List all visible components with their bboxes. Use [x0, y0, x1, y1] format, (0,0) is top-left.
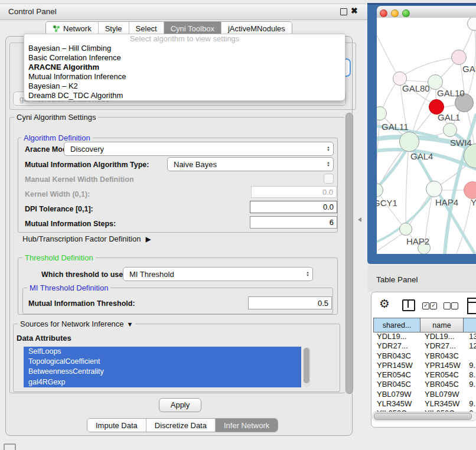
select-all-icon[interactable]: ✓: [430, 302, 437, 309]
column-header-name[interactable]: name: [420, 318, 463, 332]
settings-scrollbar-thumb[interactable]: [345, 113, 353, 394]
tab-discretize-data[interactable]: Discretize Data: [146, 419, 215, 432]
gear-icon[interactable]: ⚙: [379, 296, 390, 311]
algorithm-popup: Select algorithm to view settings Bayesi…: [24, 34, 345, 101]
table-row[interactable]: YLR345WYLR345W9.: [373, 399, 476, 409]
algorithm-option[interactable]: Mutual Information Inference: [24, 72, 345, 81]
table-header-row: shared...name: [373, 318, 476, 332]
stepper-icon: ▲▼: [324, 146, 333, 152]
table-cell: 12: [466, 341, 476, 351]
table-cell: 8.: [466, 370, 476, 380]
network-node[interactable]: [443, 123, 457, 137]
table-hscrollbar-thumb[interactable]: [374, 413, 472, 420]
manual-kernel-checkbox[interactable]: [324, 174, 334, 184]
restore-icon[interactable]: [340, 8, 347, 15]
table-row[interactable]: YBR045CYBR045C9.: [373, 380, 476, 389]
node-label: GAL: [462, 64, 476, 74]
node-label: GAL1: [438, 112, 460, 122]
cyni-bottom-tab-strip: Impute DataDiscretize DataInfer Network: [87, 418, 278, 432]
tab-impute-data[interactable]: Impute Data: [87, 419, 146, 432]
algorithm-option[interactable]: ARACNE Algorithm: [24, 63, 345, 72]
table-cell: YDR27...: [373, 341, 421, 351]
table-cell: YDL19...: [373, 332, 421, 341]
table-icon[interactable]: [467, 298, 476, 314]
tab-jactivemnodules[interactable]: jActiveMNodules: [221, 22, 292, 35]
algorithm-option[interactable]: Basic Correlation Inference: [24, 53, 345, 63]
minimized-panel-icon[interactable]: [4, 444, 16, 450]
table-row[interactable]: YDL19...YDL19...13: [373, 332, 476, 341]
table-cell: YBR043C: [373, 351, 421, 361]
hub-definition-expander[interactable]: Hub/Transcription Factor Definition▶: [22, 234, 151, 243]
node-label: GAL11: [382, 122, 409, 132]
table-cell: [466, 390, 476, 399]
node-label: GAL10: [437, 88, 465, 98]
cyni-settings-title: Cyni Algorithm Settings: [14, 113, 98, 122]
table-panel-titlebar: Table Panel: [367, 265, 476, 292]
table-cell: YPR145W: [421, 361, 466, 370]
kernel-width-field[interactable]: [251, 186, 337, 198]
which-threshold-select[interactable]: MI Threshold ▲▼: [123, 267, 313, 281]
tab-select[interactable]: Select: [129, 22, 164, 35]
column-header-shared[interactable]: shared...: [374, 318, 420, 332]
tab-network[interactable]: Network: [46, 22, 98, 35]
deselect-all-icon[interactable]: [444, 302, 451, 309]
apply-button[interactable]: Apply: [159, 398, 201, 412]
network-icon: [53, 25, 60, 32]
which-threshold-label: Which threshold to use:: [41, 270, 125, 279]
data-attribute-item[interactable]: gal4RGexp: [24, 377, 301, 387]
node-label: Y: [471, 197, 476, 207]
dpi-tolerance-label: DPI Tolerance [0,1]:: [25, 205, 93, 213]
tab-style[interactable]: Style: [98, 22, 129, 35]
table-row[interactable]: YBR043CYBR043C: [373, 351, 476, 361]
node-label: HAP4: [435, 197, 458, 207]
table-cell: YBL079W: [421, 390, 466, 399]
data-attribute-item[interactable]: TopologicalCoefficient: [24, 357, 301, 367]
algorithm-option[interactable]: Bayesian – Hill Climbing: [24, 44, 345, 53]
window-zoom-button[interactable]: [402, 9, 410, 17]
table-row[interactable]: YER054CYER054C8.: [373, 370, 476, 380]
panel-splitter-handle[interactable]: [358, 217, 361, 222]
mi-type-select[interactable]: Naive Bayes ▲▼: [167, 157, 334, 171]
split-view-icon[interactable]: [402, 299, 415, 311]
mi-steps-field[interactable]: [250, 216, 337, 229]
stepper-icon: ▲▼: [324, 161, 333, 167]
data-attribute-item[interactable]: SelfLoops: [24, 347, 301, 357]
algorithm-option[interactable]: Dream8 DC_TDC Algorithm: [24, 91, 345, 100]
control-panel-titlebar: Control Panel ✖: [0, 4, 367, 20]
table-row[interactable]: YDR27...YDR27...12: [373, 341, 476, 351]
table-row[interactable]: YBL079WYBL079W: [373, 390, 476, 399]
node-label: HAP2: [406, 236, 429, 246]
table-panel-title: Table Panel: [376, 275, 418, 284]
network-window-titlebar[interactable]: [377, 6, 476, 18]
select-all-icon[interactable]: ✓: [422, 302, 429, 309]
network-node[interactable]: [399, 132, 419, 152]
network-node[interactable]: [399, 223, 412, 236]
table-rows: YDL19...YDL19...13YDR27...YDR27...12YBR0…: [373, 332, 476, 420]
data-attribute-item[interactable]: BetweennessCentrality: [24, 367, 301, 377]
control-panel-title: Control Panel: [8, 7, 57, 16]
node-label: GAL80: [402, 83, 430, 93]
network-node[interactable]: [451, 50, 467, 65]
table-row[interactable]: YPR145WYPR145W9.: [373, 361, 476, 370]
collapse-down-icon[interactable]: ▼: [127, 321, 133, 328]
window-minimize-button[interactable]: [391, 9, 399, 17]
table-cell: 9.: [466, 361, 476, 370]
column-header-extra[interactable]: [463, 318, 476, 332]
table-cell: YDL19...: [421, 332, 466, 341]
node-label: SWI4: [450, 138, 472, 148]
deselect-all-icon[interactable]: [451, 302, 458, 309]
close-icon[interactable]: ✖: [351, 6, 358, 15]
network-view-canvas[interactable]: GALGAL80GAL10GAL1GAL11SWI4GAL4GCY1HAP4YH…: [377, 18, 476, 254]
stepper-icon: ▲▼: [303, 271, 312, 277]
dpi-tolerance-field[interactable]: [250, 201, 337, 213]
table-cell: YBR043C: [421, 351, 466, 361]
aracne-mode-select[interactable]: Discovery ▲▼: [64, 142, 334, 156]
tab-infer-network[interactable]: Infer Network: [215, 419, 278, 432]
attribute-list-scrollbar-thumb[interactable]: [304, 348, 309, 383]
network-node[interactable]: [426, 181, 442, 197]
algorithm-option[interactable]: Bayesian – K2: [24, 81, 345, 91]
mi-threshold-field[interactable]: [248, 296, 332, 309]
tab-cyni-toolbox[interactable]: Cyni Toolbox: [164, 22, 221, 35]
table-cell: YER054C: [373, 370, 421, 380]
window-close-button[interactable]: [380, 9, 387, 17]
